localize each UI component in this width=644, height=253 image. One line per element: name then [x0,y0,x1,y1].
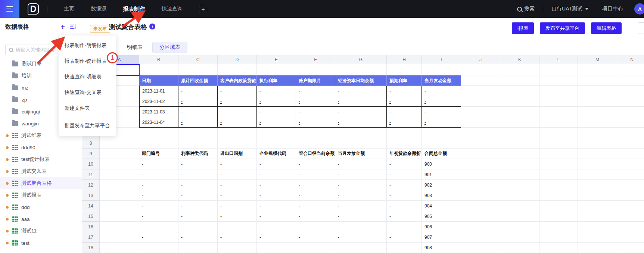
cell-H2[interactable]: 预期利率 [387,75,422,86]
cell-F4[interactable]: - [296,96,335,107]
cell-F10[interactable]: - [296,159,335,169]
cell-M8[interactable] [578,138,617,149]
cell-C2[interactable]: 累计回收金额 [178,75,218,86]
menu-item-批量发布至共享平台[interactable]: 批量发布至共享平台 [59,118,116,134]
cell-F18[interactable]: - [296,243,335,253]
cell-N10[interactable] [617,159,644,169]
cell-F2[interactable]: 账户期限月 [296,75,335,86]
cell-M14[interactable] [578,201,617,211]
cell-L1[interactable] [539,64,578,75]
cell-F17[interactable]: - [296,232,335,243]
cell-A17[interactable] [100,232,139,243]
column-header-C[interactable]: C [178,55,218,64]
cell-E13[interactable]: - [257,190,296,201]
row-header-17[interactable]: 17 [82,232,100,243]
row-header-18[interactable]: 18 [82,243,100,253]
cell-A18[interactable] [100,243,139,253]
menu-item-报表制作-明细报表[interactable]: 报表制作-明细报表 [59,38,116,53]
value-link[interactable]: - [338,99,339,104]
cell-J9[interactable] [461,149,500,159]
cell-N14[interactable] [617,201,644,211]
cell-I16[interactable]: 906 [422,222,461,232]
cell-M15[interactable] [578,211,617,222]
column-header-G[interactable]: G [335,55,387,64]
cell-D5[interactable] [218,107,257,117]
menu-item-快速查询-交叉表[interactable]: 快速查询-交叉表 [59,85,116,100]
cell-K14[interactable] [500,201,539,211]
column-header-H[interactable]: H [387,55,422,64]
cell-C17[interactable]: - [178,232,218,243]
cell-N4[interactable] [617,96,644,107]
cell-K15[interactable] [500,211,539,222]
cell-N1[interactable] [617,64,644,75]
cell-C12[interactable]: - [178,180,218,190]
cell-M12[interactable] [578,180,617,190]
cell-C4[interactable]: - [178,96,218,107]
cell-E4[interactable]: - [257,96,296,107]
column-header-M[interactable]: M [578,55,617,64]
hamburger-menu-button[interactable] [0,0,19,18]
project-center-link[interactable]: 项目中心 [602,6,623,12]
cell-J18[interactable] [461,243,500,253]
cell-K6[interactable] [500,117,539,128]
value-link[interactable]: - [424,88,426,94]
cell-M11[interactable] [578,169,617,180]
cell-C5[interactable]: - [178,107,218,117]
cell-H3[interactable]: - [387,86,422,96]
cell-D18[interactable]: - [218,243,257,253]
cell-M7[interactable] [578,128,617,138]
row-header-11[interactable]: 11 [82,169,100,180]
cell-G8[interactable] [335,138,387,149]
column-header-J[interactable]: J [461,55,500,64]
cell-C9[interactable]: 利率种类代码 [178,149,218,159]
cell-L13[interactable] [539,190,578,201]
cell-I7[interactable] [422,128,461,138]
cell-A8[interactable] [100,138,139,149]
cell-F7[interactable] [296,128,335,138]
cell-B9[interactable]: 部门编号 [139,149,178,159]
sidebar-table-ddd90[interactable]: ddd90 [0,141,82,153]
action-button-i报表[interactable]: i报表 [512,22,534,34]
cell-N5[interactable] [617,107,644,117]
cell-G5[interactable]: - [335,107,387,117]
cell-G13[interactable]: - [335,190,387,201]
row-header-16[interactable]: 16 [82,222,100,232]
cell-N12[interactable] [617,180,644,190]
sidebar-table-测试聚合表格[interactable]: 测试聚合表格 [0,177,82,189]
cell-B16[interactable]: - [139,222,178,232]
cell-K16[interactable] [500,222,539,232]
cell-C7[interactable] [178,128,218,138]
cell-I6[interactable]: - [422,117,461,128]
cell-I9[interactable]: 合同总金额 [422,149,461,159]
cell-E18[interactable]: - [257,243,296,253]
value-link[interactable]: - [259,109,261,115]
cell-F15[interactable]: - [296,211,335,222]
cell-J1[interactable] [461,64,500,75]
info-icon[interactable]: i [149,24,155,29]
column-header-N[interactable]: N [617,55,644,64]
cell-B2[interactable]: 日期 [139,75,178,86]
cell-J10[interactable] [461,159,500,169]
value-link[interactable]: - [259,99,261,104]
cell-M2[interactable] [578,75,617,86]
cell-G15[interactable]: - [335,211,387,222]
cell-H13[interactable]: - [387,190,422,201]
cell-L17[interactable] [539,232,578,243]
cell-D2[interactable]: 客户表内政策贷款 [218,75,257,86]
cell-I15[interactable]: 905 [422,211,461,222]
cell-H11[interactable]: - [387,169,422,180]
action-button-编辑表格[interactable]: 编辑表格 [591,22,622,34]
cell-N17[interactable] [617,232,644,243]
value-link[interactable]: - [389,109,391,115]
value-link[interactable]: - [181,109,183,115]
cell-M10[interactable] [578,159,617,169]
sidebar-table-测试报表[interactable]: 测试报表 [0,189,82,201]
sort-icon[interactable] [70,24,77,30]
cell-C11[interactable]: - [178,169,218,180]
cell-G14[interactable]: - [335,201,387,211]
cell-H12[interactable]: - [387,180,422,190]
cell-D15[interactable]: - [218,211,257,222]
cell-H18[interactable]: - [387,243,422,253]
cell-H10[interactable]: - [387,159,422,169]
cell-C1[interactable] [178,64,218,75]
